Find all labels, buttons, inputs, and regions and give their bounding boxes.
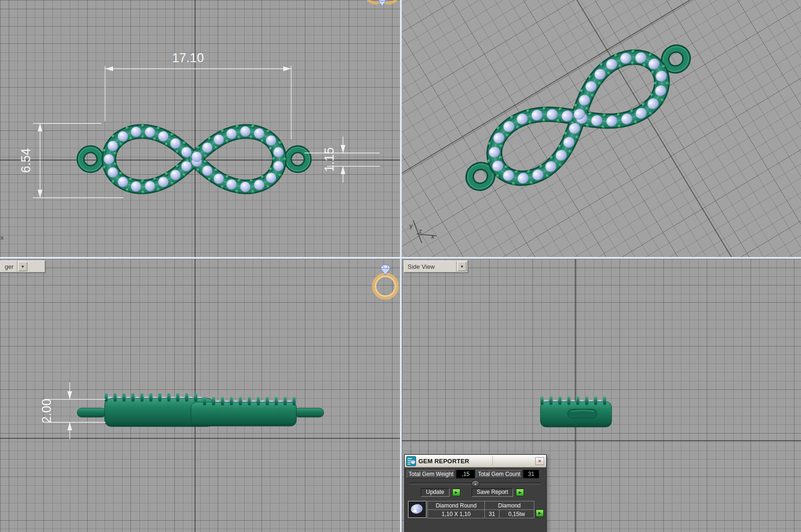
- side-view-selector-label: Side View: [404, 263, 438, 270]
- dim-thickness-label: 2.00: [40, 399, 54, 424]
- dim-height-label: 6.54: [19, 148, 33, 173]
- totals-row: Total Gem Weight ,15 Total Gem Count 31: [407, 470, 544, 478]
- gem-reporter-icon: [406, 456, 416, 466]
- pendant-bottom-render: [77, 393, 324, 427]
- gem-type-cell: Diamond: [485, 501, 534, 509]
- dim-ring-label: 1.15: [322, 147, 336, 172]
- pendant-perspective-render: [451, 22, 706, 214]
- pendant-side-render: [540, 396, 612, 427]
- collapse-arrow-icon[interactable]: ▲: [471, 480, 480, 487]
- viewport-perspective[interactable]: y z x: [402, 0, 801, 257]
- gem-reporter-titlebar[interactable]: GEM REPORTER ×: [405, 455, 546, 468]
- viewport-divider-vertical[interactable]: [400, 0, 402, 532]
- side-view-selector[interactable]: Side View ▼: [404, 260, 468, 273]
- dimension-ring: 1.15: [304, 137, 380, 183]
- total-gem-count-value: 31: [523, 470, 539, 478]
- axis-x-label: x: [431, 233, 434, 240]
- update-play-icon[interactable]: ▶: [452, 489, 460, 496]
- gem-thumbnail: [408, 501, 426, 518]
- cad-workspace: { "viewports": { "front": { "dim_width":…: [0, 0, 801, 532]
- axis-y-label: y: [409, 222, 413, 229]
- actions-row: Update ▶ Save Report ▶: [421, 488, 546, 497]
- save-report-button[interactable]: Save Report: [472, 488, 514, 497]
- bottom-view-selector-label: ger: [1, 263, 17, 270]
- front-dimensions: 17.10 6.54 1.15: [19, 51, 380, 198]
- total-gem-count-label: Total Gem Count: [476, 470, 522, 478]
- ring-gem-icon: [368, 262, 400, 302]
- save-report-group: Save Report ▶: [472, 488, 524, 497]
- gem-weight-cell: 0,15tw: [499, 510, 534, 518]
- world-axis-x-label: x: [0, 234, 4, 241]
- gem-table: Diamond Round Diamond 1,10 X 1,10 31 0,1…: [408, 501, 544, 518]
- gem-name-cell: Diamond Round: [428, 501, 484, 509]
- axis-z-label: z: [419, 227, 422, 234]
- dropdown-separator: [17, 261, 17, 272]
- titlebar-separator: [492, 456, 493, 466]
- bottom-view-selector[interactable]: ger ▼: [0, 260, 45, 273]
- panel-collapse-divider: ▲: [409, 483, 541, 484]
- update-button[interactable]: Update: [421, 488, 450, 497]
- gem-reporter-panel: GEM REPORTER × Total Gem Weight ,15 Tota…: [404, 454, 547, 532]
- perspective-render-canvas: [402, 0, 801, 257]
- dim-width-label: 17.10: [172, 51, 204, 65]
- pendant-front-render: [79, 124, 310, 194]
- gem-row-play-icon[interactable]: ▶: [536, 509, 544, 517]
- save-report-play-icon[interactable]: ▶: [516, 489, 524, 496]
- close-icon[interactable]: ×: [535, 457, 544, 465]
- chevron-down-icon[interactable]: ▼: [18, 262, 27, 271]
- gem-table-grid: Diamond Round Diamond 1,10 X 1,10 31 0,1…: [427, 501, 534, 518]
- total-gem-weight-value: ,15: [456, 470, 475, 478]
- gem-reporter-title: GEM REPORTER: [418, 458, 469, 465]
- dropdown-separator: [456, 261, 457, 272]
- gem-count-cell: 31: [485, 510, 499, 518]
- viewport-bottom[interactable]: ger ▼ 2.00: [0, 259, 400, 532]
- cplane-axis-glyph: y z x: [402, 217, 454, 250]
- chevron-down-icon[interactable]: ▼: [458, 262, 466, 271]
- ring-gem-icon-clipped: [364, 0, 400, 8]
- gem-size-cell: 1,10 X 1,10: [428, 510, 484, 518]
- total-gem-weight-label: Total Gem Weight: [407, 470, 455, 478]
- bottom-render-canvas: 2.00: [0, 259, 400, 532]
- front-render-canvas: 17.10 6.54 1.15: [0, 0, 400, 257]
- viewport-front[interactable]: 17.10 6.54 1.15: [0, 0, 400, 257]
